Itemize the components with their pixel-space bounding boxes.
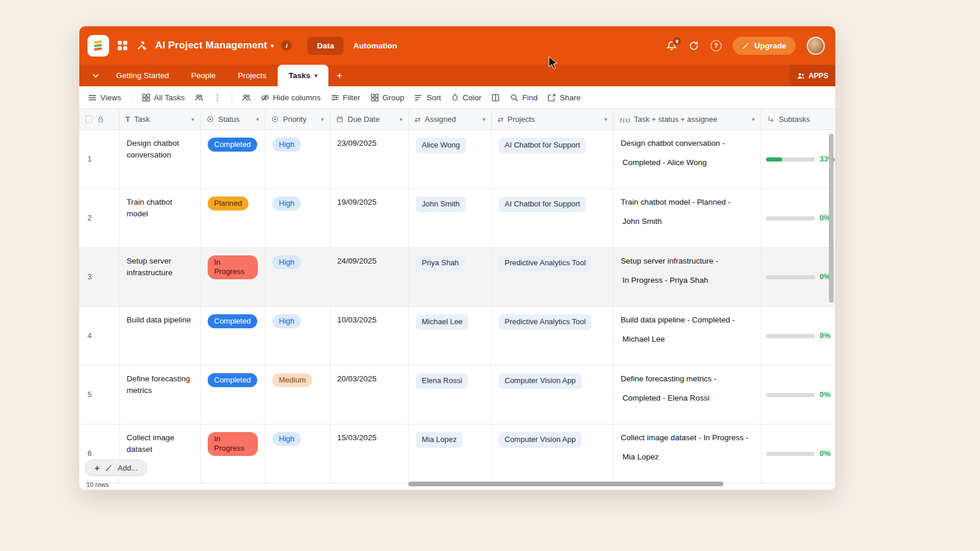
formula-cell[interactable]: Setup server infrastructure -In Progress… [614, 248, 761, 306]
subtasks-cell[interactable]: 0% [761, 366, 835, 424]
workspace-grid-icon[interactable] [117, 40, 128, 51]
tab-projects[interactable]: Projects [227, 65, 278, 86]
header-select-all[interactable] [79, 109, 120, 129]
column-header-status[interactable]: Status ▾ [201, 109, 265, 129]
column-header-priority[interactable]: Priority ▾ [265, 109, 330, 129]
column-header-assigned[interactable]: ⇄ Assigned ▾ [409, 109, 492, 129]
due-date-cell[interactable]: 24/09/2025 [330, 248, 409, 306]
status-cell[interactable]: Completed [201, 307, 265, 365]
views-button[interactable]: Views [88, 93, 121, 102]
hide-columns-button[interactable]: Hide columns [261, 93, 321, 102]
column-chevron-icon[interactable]: ▾ [482, 116, 485, 122]
subtasks-cell[interactable]: 33% [761, 130, 835, 188]
find-button[interactable]: Find [510, 93, 537, 102]
view-collaborators-icon[interactable] [195, 93, 204, 102]
due-date-cell[interactable]: 10/03/2025 [330, 307, 409, 365]
share-collaborators-button[interactable] [242, 93, 251, 102]
column-chevron-icon[interactable]: ▾ [321, 116, 324, 122]
assigned-cell[interactable]: Michael Lee [409, 307, 492, 365]
assigned-cell[interactable]: Mia Lopez [409, 424, 492, 483]
priority-cell[interactable]: High [265, 130, 330, 188]
automation-tab-button[interactable]: Automation [354, 41, 397, 50]
help-button[interactable]: ? [710, 40, 722, 51]
view-more-menu[interactable]: ⋮ [214, 93, 222, 102]
project-cell[interactable]: Computer Vision App [492, 366, 614, 424]
column-chevron-icon[interactable]: ▾ [256, 116, 259, 122]
status-cell[interactable]: Planned [201, 189, 265, 247]
formula-cell[interactable]: Define forecasting metrics -Completed - … [614, 366, 761, 424]
group-button[interactable]: Group [370, 93, 405, 102]
app-logo-icon[interactable] [88, 35, 109, 57]
project-cell[interactable]: AI Chatbot for Support [492, 189, 614, 247]
history-button[interactable] [688, 40, 699, 51]
formula-cell[interactable]: Design chatbot conversation -Completed -… [614, 130, 761, 188]
row-height-button[interactable] [491, 93, 500, 102]
priority-cell[interactable]: High [265, 307, 330, 365]
task-cell[interactable]: Build data pipeline [120, 307, 201, 365]
priority-cell[interactable]: High [265, 189, 330, 247]
project-cell[interactable]: Computer Vision App [492, 424, 614, 483]
project-cell[interactable]: Predictive Analytics Tool [492, 307, 614, 365]
task-cell[interactable]: Train chatbot model [120, 189, 201, 247]
row-number[interactable]: 2 [79, 189, 120, 247]
vertical-scrollbar[interactable] [829, 134, 834, 303]
priority-cell[interactable]: High [265, 424, 330, 483]
row-number[interactable]: 4 [79, 307, 120, 365]
due-date-cell[interactable]: 15/03/2025 [330, 424, 409, 483]
color-button[interactable]: Color [451, 93, 481, 102]
status-cell[interactable]: In Progress [201, 424, 265, 483]
column-chevron-icon[interactable]: ▾ [604, 116, 607, 122]
page-title[interactable]: AI Project Management ▾ [155, 40, 274, 51]
priority-cell[interactable]: Medium [265, 366, 330, 424]
project-cell[interactable]: AI Chatbot for Support [492, 130, 614, 188]
formula-cell[interactable]: Build data pipeline - Completed -Michael… [614, 307, 761, 365]
tabs-collapse-chevron-icon[interactable] [86, 65, 105, 86]
task-cell[interactable]: Define forecasting metrics [120, 366, 201, 424]
formula-cell[interactable]: Train chatbot model - Planned -John Smit… [614, 189, 761, 247]
row-number[interactable]: 5 [79, 366, 120, 424]
tab-getting-started[interactable]: Getting Started [105, 65, 180, 86]
status-cell[interactable]: Completed [201, 366, 265, 424]
tab-people[interactable]: People [180, 65, 227, 86]
due-date-cell[interactable]: 19/09/2025 [330, 189, 409, 247]
column-header-due-date[interactable]: Due Date ▾ [330, 109, 409, 129]
column-header-subtasks[interactable]: Subtasks [761, 109, 835, 129]
assigned-cell[interactable]: Alice Wong [409, 130, 492, 188]
priority-cell[interactable]: High [265, 248, 330, 306]
status-cell[interactable]: Completed [201, 130, 265, 188]
due-date-cell[interactable]: 23/09/2025 [330, 130, 409, 188]
add-tab-button[interactable]: + [328, 65, 351, 86]
sort-button[interactable]: Sort [414, 93, 441, 102]
assigned-cell[interactable]: Priya Shah [409, 248, 492, 306]
filter-button[interactable]: Filter [331, 93, 360, 102]
info-icon[interactable]: i [281, 40, 292, 51]
task-cell[interactable]: Setup server infrastructure [120, 248, 201, 306]
status-cell[interactable]: In Progress [201, 248, 265, 306]
notifications-button[interactable]: 9 [666, 40, 677, 51]
column-chevron-icon[interactable]: ▾ [191, 116, 194, 122]
tools-icon[interactable] [136, 40, 148, 51]
column-chevron-icon[interactable]: ▾ [400, 116, 402, 122]
task-cell[interactable]: Design chatbot conversation [120, 130, 201, 188]
subtasks-cell[interactable]: 0% [761, 307, 835, 365]
row-number[interactable]: 1 [79, 130, 120, 188]
column-header-task[interactable]: T Task ▾ [120, 109, 201, 129]
subtasks-cell[interactable]: 0% [761, 424, 835, 483]
apps-button[interactable]: APPS [790, 65, 835, 86]
assigned-cell[interactable]: Elena Rossi [409, 366, 492, 424]
add-row-button[interactable]: + Add... [85, 459, 147, 476]
avatar[interactable] [807, 37, 825, 55]
assigned-cell[interactable]: John Smith [409, 189, 492, 247]
column-header-formula[interactable]: ƒ(x) Task + status + assignee ▾ [614, 109, 761, 129]
share-button[interactable]: Share [547, 93, 580, 102]
project-cell[interactable]: Predictive Analytics Tool [492, 248, 614, 306]
horizontal-scrollbar[interactable] [408, 482, 723, 486]
due-date-cell[interactable]: 20/03/2025 [330, 366, 409, 424]
current-view-button[interactable]: All Tasks [142, 93, 185, 102]
column-header-projects[interactable]: ⇄ Projects ▾ [492, 109, 614, 129]
row-number[interactable]: 3 [79, 248, 120, 306]
select-all-checkbox[interactable] [85, 115, 93, 123]
subtasks-cell[interactable]: 0% [761, 189, 835, 247]
tab-tasks[interactable]: Tasks ▾ [278, 65, 328, 86]
column-chevron-icon[interactable]: ▾ [752, 116, 755, 122]
